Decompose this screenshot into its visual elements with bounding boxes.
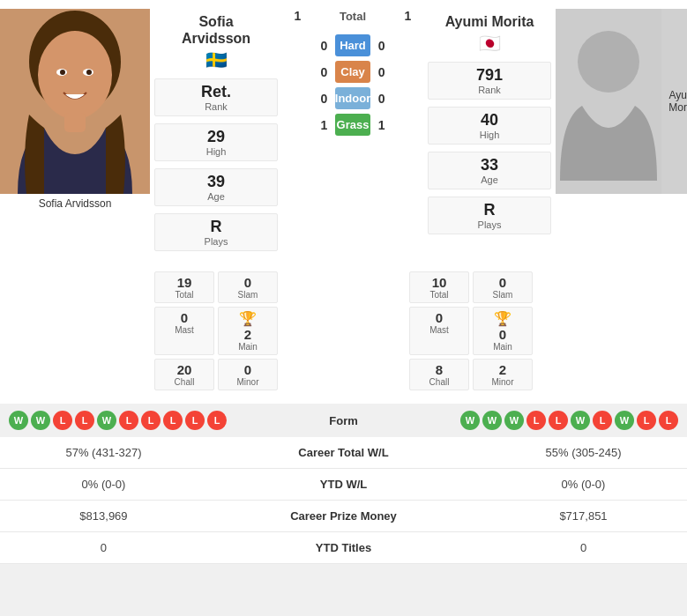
p1-minor-stat: 0 Minor bbox=[218, 359, 278, 390]
p2-form-badge-5: W bbox=[571, 411, 590, 430]
court-rows-container: 0 Hard 0 0 Clay 0 0 Indoor 0 1 Grass 1 bbox=[313, 30, 392, 140]
p2-court-score-3: 1 bbox=[370, 118, 392, 132]
stat-p1-val-0: 57% (431-327) bbox=[0, 437, 207, 469]
player2-stats: Ayumi Morita 🇯🇵 791 Rank 40 High 33 Age … bbox=[423, 9, 556, 259]
player1-rank: Ret. Rank bbox=[154, 78, 278, 116]
form-label: Form bbox=[232, 414, 455, 427]
player1-photo bbox=[0, 9, 150, 194]
player2-plays: R Plays bbox=[428, 197, 551, 234]
svg-rect-7 bbox=[64, 113, 86, 132]
stat-p1-val-2: $813,969 bbox=[0, 501, 207, 532]
player2-rank: 791 Rank bbox=[428, 62, 551, 100]
middle-spacer bbox=[282, 268, 405, 390]
p1-court-score-1: 0 bbox=[313, 65, 335, 79]
player1-high: 29 High bbox=[154, 123, 278, 161]
p1-form-badge-1: W bbox=[31, 411, 50, 430]
player2-name-block: Ayumi Morita 🇯🇵 bbox=[445, 13, 534, 54]
p2-court-score-1: 0 bbox=[370, 65, 392, 79]
p1-form-badge-5: L bbox=[119, 411, 138, 430]
p1-form-badge-9: L bbox=[207, 411, 227, 430]
p2-chall-stat: 8 Chall bbox=[409, 359, 469, 390]
court-badge-hard: Hard bbox=[335, 34, 370, 56]
form-section: WWLLWLLLLL Form WWWLLWLWLL bbox=[0, 404, 687, 437]
stats-table-row: $813,969 Career Prize Money $717,851 bbox=[0, 501, 687, 532]
p1-form-badge-8: L bbox=[185, 411, 205, 430]
player1-stats: Sofia Arvidsson 🇸🇪 Ret. Rank 29 High 39 … bbox=[150, 9, 282, 259]
p1-mini-stats: 19 Total 0 Slam 0 Mast 🏆 2 Main 20 bbox=[150, 268, 282, 390]
p1-slam-stat: 0 Slam bbox=[218, 271, 278, 303]
p2-form-badge-0: W bbox=[460, 411, 480, 430]
p2-form-badge-2: W bbox=[504, 411, 524, 430]
main-container: Sofia Arvidsson Sofia Arvidsson 🇸🇪 Ret. … bbox=[0, 0, 687, 564]
stat-p1-val-1: 0% (0-0) bbox=[0, 469, 207, 501]
player2-age: 33 Age bbox=[428, 152, 551, 189]
svg-point-2 bbox=[38, 31, 112, 119]
stats-table-row: 57% (431-327) Career Total W/L 55% (305-… bbox=[0, 437, 687, 469]
p2-trophy-icon: 🏆 bbox=[494, 311, 512, 326]
svg-point-6 bbox=[86, 70, 92, 75]
stat-label-0: Career Total W/L bbox=[207, 437, 480, 469]
p1-mast-stat: 0 Mast bbox=[154, 307, 214, 355]
p2-form-badge-9: L bbox=[659, 411, 678, 430]
p1-court-score-2: 0 bbox=[313, 92, 335, 106]
form-row: WWLLWLLLLL Form WWWLLWLWLL bbox=[9, 411, 678, 430]
p1-form-badge-6: L bbox=[141, 411, 161, 430]
stats-tbody: 57% (431-327) Career Total W/L 55% (305-… bbox=[0, 437, 687, 564]
p1-form-badge-0: W bbox=[9, 411, 28, 430]
p2-slam-stat: 0 Slam bbox=[473, 271, 533, 303]
player1-plays: R Plays bbox=[154, 213, 278, 251]
p2-form-badge-7: W bbox=[615, 411, 634, 430]
p2-total-stat: 10 Total bbox=[409, 271, 469, 303]
svg-point-8 bbox=[578, 31, 639, 93]
p2-court-score-2: 0 bbox=[370, 92, 392, 106]
stat-p2-val-0: 55% (305-245) bbox=[480, 437, 687, 469]
player1-flag: 🇸🇪 bbox=[182, 49, 250, 71]
player2-photo-container: Ayumi Morita bbox=[556, 9, 687, 194]
stat-p2-val-3: 0 bbox=[480, 532, 687, 564]
p2-minor-stat: 2 Minor bbox=[473, 359, 533, 390]
p2-form-badge-4: L bbox=[549, 411, 568, 430]
p2-form-badges: WWWLLWLWLL bbox=[455, 411, 678, 430]
stat-label-3: YTD Titles bbox=[207, 532, 480, 564]
court-row: 0 Hard 0 bbox=[313, 34, 392, 56]
stat-p2-val-2: $717,851 bbox=[480, 501, 687, 532]
p1-form-badge-4: W bbox=[97, 411, 116, 430]
total-label: Total bbox=[340, 10, 366, 23]
court-badge-indoor: Indoor bbox=[335, 87, 370, 109]
player1-name: Sofia Arvidsson bbox=[182, 13, 250, 47]
p1-form-badges: WWLLWLLLLL bbox=[9, 411, 232, 430]
p1-form-badge-2: L bbox=[53, 411, 72, 430]
p2-court-score-0: 0 bbox=[370, 39, 392, 53]
stat-p2-val-1: 0% (0-0) bbox=[480, 469, 687, 501]
p2-main-stat: 🏆 0 Main bbox=[473, 307, 533, 355]
p2-form-badge-6: L bbox=[593, 411, 612, 430]
stats-table-row: 0 YTD Titles 0 bbox=[0, 532, 687, 564]
comparison-section: Sofia Arvidsson Sofia Arvidsson 🇸🇪 Ret. … bbox=[0, 0, 687, 268]
p2-total-score: 1 bbox=[397, 9, 419, 23]
stat-p1-val-3: 0 bbox=[0, 532, 207, 564]
p2-form-badge-3: L bbox=[526, 411, 546, 430]
p1-total-stat: 19 Total bbox=[154, 271, 214, 303]
court-badge-clay: Clay bbox=[335, 61, 370, 83]
court-row: 1 Grass 1 bbox=[313, 114, 392, 136]
stats-table-row: 0% (0-0) YTD W/L 0% (0-0) bbox=[0, 469, 687, 501]
player1-photo-container: Sofia Arvidsson bbox=[0, 9, 150, 259]
p2-form-badge-8: L bbox=[637, 411, 656, 430]
middle-courts: 1 Total 1 0 Hard 0 0 Clay 0 0 Indoor 0 1… bbox=[282, 9, 423, 259]
p1-form-badge-3: L bbox=[75, 411, 94, 430]
p2-mini-placeholder bbox=[537, 268, 687, 390]
p1-chall-stat: 20 Chall bbox=[154, 359, 214, 390]
player1-age: 39 Age bbox=[154, 168, 278, 206]
player2-high: 40 High bbox=[428, 107, 551, 145]
p1-court-score-0: 0 bbox=[313, 39, 335, 53]
svg-point-5 bbox=[60, 70, 65, 75]
player1-name-block: Sofia Arvidsson 🇸🇪 bbox=[182, 13, 250, 71]
stat-label-2: Career Prize Money bbox=[207, 501, 480, 532]
p2-mini-stats: 10 Total 0 Slam 0 Mast 🏆 0 Main 8 bbox=[405, 268, 537, 390]
p1-trophy-icon: 🏆 bbox=[239, 311, 257, 326]
player1-caption: Sofia Arvidsson bbox=[0, 194, 150, 213]
court-badge-grass: Grass bbox=[335, 114, 370, 136]
p1-form-badge-7: L bbox=[163, 411, 183, 430]
p1-main-stat: 🏆 2 Main bbox=[218, 307, 278, 355]
court-row: 0 Indoor 0 bbox=[313, 87, 392, 109]
